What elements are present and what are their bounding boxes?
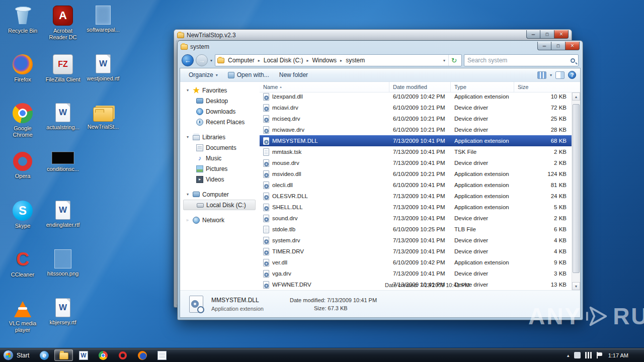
file-row-mouse-drv[interactable]: mouse.drv7/13/2009 10:41 PMDevice driver… xyxy=(260,157,572,168)
forward-button[interactable] xyxy=(196,54,208,66)
desktop-icon-recycle-bin[interactable]: Recycle Bin xyxy=(3,2,42,51)
desktop-icon-firefox[interactable]: Firefox xyxy=(3,51,42,100)
expander-open-icon[interactable]: ▾ xyxy=(185,135,190,139)
nav-item-music[interactable]: Music xyxy=(180,153,260,163)
column-header-date-modified[interactable]: Date modified xyxy=(389,82,451,92)
newtrialstop-titlebar[interactable]: NewTrialStop.v2.3 xyxy=(174,30,572,41)
file-row-vga-drv[interactable]: vga.drv7/13/2009 10:41 PMDevice driver3 … xyxy=(260,268,572,279)
file-row-mciavi-drv[interactable]: mciavi.drv6/10/2009 10:21 PMDevice drive… xyxy=(260,102,572,113)
open-with-button[interactable]: Open with... xyxy=(223,70,274,80)
new-folder-button[interactable]: New folder xyxy=(275,70,312,80)
taskbar-button-explorer[interactable] xyxy=(54,349,73,361)
file-row-mciwave-drv[interactable]: mciwave.drv6/10/2009 10:21 PMDevice driv… xyxy=(260,124,572,135)
expander-open-icon[interactable]: ▾ xyxy=(185,88,190,93)
taskbar-button-ie[interactable] xyxy=(35,349,53,361)
expander-open-icon[interactable]: ▾ xyxy=(185,192,190,197)
file-row-shell-dll[interactable]: SHELL.DLL7/13/2009 10:41 PMApplication e… xyxy=(260,202,572,213)
desktop-icon-softwarepal[interactable]: softwarepal... xyxy=(84,2,123,51)
desktop-icon-westjoined-rtf[interactable]: westjoined.rtf xyxy=(84,51,123,100)
start-button[interactable]: Start xyxy=(0,348,34,362)
taskbar-button-word[interactable] xyxy=(74,349,93,361)
file-row-mciseq-drv[interactable]: mciseq.drv6/10/2009 10:21 PMDevice drive… xyxy=(260,113,572,124)
desktop-icon-google-chrome[interactable]: Google Chrome xyxy=(3,100,42,148)
nav-item-desktop[interactable]: Desktop xyxy=(180,96,260,106)
file-row-olesvr-dll[interactable]: OLESVR.DLL7/13/2009 10:41 PMApplication … xyxy=(260,191,572,202)
taskbar-button-notepad[interactable] xyxy=(152,349,171,361)
maximize-button[interactable] xyxy=(551,42,566,50)
file-row-olecli-dll[interactable]: olecli.dll6/10/2009 10:41 PMApplication … xyxy=(260,179,572,191)
breadcrumb-local-disk-c[interactable]: Local Disk (C:) xyxy=(261,56,306,64)
nav-section-network[interactable]: ▹Network xyxy=(180,215,260,225)
close-button[interactable] xyxy=(566,42,580,50)
desktop-icon-acrobat-reader-dc[interactable]: Acrobat Reader DC xyxy=(43,2,83,51)
breadcrumb-computer[interactable]: Computer xyxy=(225,56,258,64)
desktop-icon-ccleaner[interactable]: CCleaner xyxy=(3,246,42,295)
nav-item-videos[interactable]: Videos xyxy=(180,174,260,185)
taskbar-button-chrome[interactable] xyxy=(94,349,112,361)
preview-pane-icon[interactable] xyxy=(555,71,565,79)
desktop-icon-conditionsc[interactable]: conditionsc... xyxy=(43,148,83,197)
file-row-stdole-tlb[interactable]: stdole.tlb6/10/2009 10:25 PMTLB File6 KB xyxy=(260,224,572,235)
refresh-icon[interactable] xyxy=(448,55,459,66)
show-hidden-icons-icon[interactable]: ▴ xyxy=(567,353,570,358)
nav-section-computer[interactable]: ▾Computer xyxy=(180,189,260,200)
expander-closed-icon[interactable]: ▹ xyxy=(185,218,190,222)
column-header-type[interactable]: Type xyxy=(451,82,514,92)
breadcrumb-windows[interactable]: Windows xyxy=(309,56,340,64)
maximize-button[interactable] xyxy=(540,30,554,39)
file-row-msvideo-dll[interactable]: msvideo.dll6/10/2009 10:21 PMApplication… xyxy=(260,168,572,179)
file-row-timer-drv[interactable]: TIMER.DRV7/13/2009 10:41 PMDevice driver… xyxy=(260,246,572,257)
file-row-ver-dll[interactable]: ver.dll6/10/2009 10:42 PMApplication ext… xyxy=(260,257,572,268)
nav-section-libraries[interactable]: ▾Libraries xyxy=(180,132,260,142)
network-tray-icon[interactable] xyxy=(585,352,592,358)
nav-item-documents[interactable]: Documents xyxy=(180,142,260,153)
nav-item-pictures[interactable]: Pictures xyxy=(180,163,260,174)
minimize-button[interactable] xyxy=(526,30,540,39)
file-row-system-drv[interactable]: system.drv7/13/2009 10:41 PMDevice drive… xyxy=(260,235,572,246)
vertical-scrollbar[interactable]: ▲ ▼ xyxy=(572,93,580,290)
change-view-icon[interactable] xyxy=(537,71,546,79)
scroll-up-icon[interactable]: ▲ xyxy=(572,93,580,101)
explorer-titlebar[interactable]: system xyxy=(178,41,583,53)
scrollbar-thumb[interactable] xyxy=(573,104,580,273)
action-center-flag-icon[interactable] xyxy=(596,352,603,358)
desktop-icon-newtrialst[interactable]: NewTrialSt... xyxy=(84,100,123,148)
minimize-button[interactable] xyxy=(537,42,551,50)
file-row-mmsystem-dll[interactable]: MMSYSTEM.DLL7/13/2009 10:41 PMApplicatio… xyxy=(260,135,572,146)
desktop-icon-endinglater-rtf[interactable]: endinglater.rtf xyxy=(43,197,83,246)
desktop-icon-hitssoon-png[interactable]: hitssoon.png xyxy=(43,246,83,295)
scroll-down-icon[interactable]: ▼ xyxy=(572,282,580,290)
close-button[interactable] xyxy=(554,30,569,39)
column-header-name[interactable]: Name ▴ xyxy=(260,82,389,92)
help-icon[interactable] xyxy=(568,71,576,79)
desktop-icon-filezilla-client[interactable]: FileZilla Client xyxy=(43,51,83,100)
nav-section-favorites[interactable]: ▾Favorites xyxy=(180,85,260,96)
keyboard-tray-icon[interactable] xyxy=(574,352,581,358)
taskbar-button-opera[interactable] xyxy=(113,349,132,361)
breadcrumb-separator-icon[interactable]: ▸ xyxy=(258,58,261,63)
views-dropdown-icon[interactable]: ▾ xyxy=(550,73,552,77)
address-dropdown-icon[interactable]: ▾ xyxy=(441,58,448,63)
desktop-icon-vlc-media-player[interactable]: VLC media player xyxy=(3,295,42,343)
breadcrumb-system[interactable]: system xyxy=(343,56,368,64)
file-row-lzexpand-dll[interactable]: lzexpand.dll6/10/2009 10:42 PMApplicatio… xyxy=(260,91,572,102)
history-dropdown-icon[interactable]: ▾ xyxy=(210,58,213,63)
address-bar[interactable]: Computer▸Local Disk (C:)▸Windows▸system … xyxy=(215,54,462,66)
scrollbar-track[interactable] xyxy=(572,101,580,282)
file-row-mmtask-tsk[interactable]: mmtask.tsk7/13/2009 10:41 PMTSK File2 KB xyxy=(260,146,572,157)
file-row-sound-drv[interactable]: sound.drv7/13/2009 10:41 PMDevice driver… xyxy=(260,213,572,224)
nav-item-local-disk-c[interactable]: Local Disk (C:) xyxy=(183,200,256,210)
back-button[interactable] xyxy=(182,54,194,66)
taskbar-button-firefox[interactable] xyxy=(133,349,151,361)
search-icon[interactable] xyxy=(571,58,575,63)
desktop-icon-kbjersey-rtf[interactable]: kbjersey.rtf xyxy=(43,295,83,343)
nav-item-recent-places[interactable]: Recent Places xyxy=(180,117,260,127)
desktop-icon-actualstring[interactable]: actualstring... xyxy=(43,100,83,148)
nav-item-downloads[interactable]: Downloads xyxy=(180,106,260,117)
desktop-icon-opera[interactable]: Opera xyxy=(3,148,42,197)
clock[interactable]: 1:17 AM xyxy=(607,352,633,358)
search-input[interactable] xyxy=(467,57,569,64)
search-box[interactable] xyxy=(464,54,579,66)
column-header-size[interactable]: Size xyxy=(514,82,580,92)
desktop-icon-skype[interactable]: Skype xyxy=(3,197,42,246)
